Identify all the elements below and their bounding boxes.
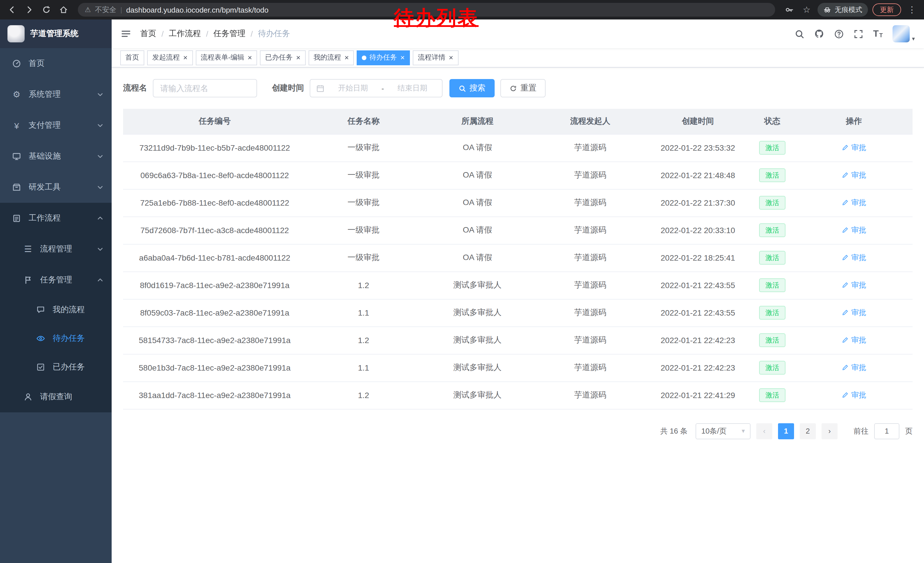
sidebar-item-task-management[interactable]: 任务管理 <box>0 264 112 296</box>
status-badge: 激活 <box>759 388 786 402</box>
created-cell: 2022-01-22 21:37:30 <box>646 189 749 216</box>
not-secure-warning-icon: ⚠ <box>85 6 91 14</box>
sidebar-item-workflow[interactable]: 工作流程 <box>0 203 112 234</box>
task-id-cell: a6aba0a4-7b6d-11ec-b781-acde48001122 <box>123 244 306 272</box>
breadcrumb-workflow[interactable]: 工作流程 <box>169 29 201 39</box>
sidebar-collapse-button[interactable] <box>121 29 131 39</box>
sidebar-item-todo-task[interactable]: 待办任务 <box>0 324 112 353</box>
approve-button[interactable]: 审批 <box>842 280 866 290</box>
status-badge: 激活 <box>759 306 786 320</box>
close-icon[interactable]: × <box>345 54 349 61</box>
approve-button[interactable]: 审批 <box>842 363 866 373</box>
table-row: 069c6a63-7b8a-11ec-8ef0-acde48001122 一级审… <box>123 162 912 189</box>
approve-button[interactable]: 审批 <box>842 170 866 180</box>
sidebar-item-home[interactable]: 首页 <box>0 48 112 79</box>
page-button-2[interactable]: 2 <box>800 423 816 439</box>
back-arrow-icon <box>8 5 16 14</box>
next-page-button[interactable]: › <box>822 423 837 439</box>
sidebar-item-process-management[interactable]: ☰ 流程管理 <box>0 234 112 264</box>
prev-page-button[interactable]: ‹ <box>756 423 772 439</box>
tag-start-process[interactable]: 发起流程 × <box>147 50 193 65</box>
tag-my-process[interactable]: 我的流程 × <box>309 50 354 65</box>
browser-forward-button[interactable] <box>23 3 36 16</box>
tag-done-task[interactable]: 已办任务 × <box>260 50 305 65</box>
approve-button[interactable]: 审批 <box>842 335 866 345</box>
reset-button[interactable]: 重置 <box>500 79 546 98</box>
close-icon[interactable]: × <box>449 54 453 61</box>
close-icon[interactable]: × <box>248 54 252 61</box>
table-row: 725a1eb6-7b88-11ec-8ef0-acde48001122 一级审… <box>123 189 912 216</box>
approve-label: 审批 <box>851 198 866 208</box>
tag-todo-task-active[interactable]: 待办任务 × <box>357 50 410 65</box>
app-logo[interactable]: 芋道管理系统 <box>0 20 112 48</box>
tag-label: 流程表单-编辑 <box>201 53 244 62</box>
sidebar: 芋道管理系统 首页 ⚙ 系统管理 ¥ 支付管理 <box>0 20 112 563</box>
bookmark-star-icon[interactable]: ☆ <box>800 3 813 16</box>
goto-page-input[interactable] <box>874 423 899 439</box>
close-icon[interactable]: × <box>400 54 405 61</box>
table-header-row: 任务编号 任务名称 所属流程 流程发起人 创建时间 状态 操作 <box>123 109 912 134</box>
status-badge: 激活 <box>759 196 786 210</box>
approve-button[interactable]: 审批 <box>842 225 866 236</box>
tag-form-edit[interactable]: 流程表单-编辑 × <box>195 50 257 65</box>
page-size-select[interactable]: 10条/页 ▾ <box>696 423 750 439</box>
chevron-up-icon <box>97 215 104 222</box>
tag-home[interactable]: 首页 <box>120 50 144 65</box>
approve-button[interactable]: 审批 <box>842 390 866 400</box>
approve-label: 审批 <box>851 280 866 290</box>
browser-home-button[interactable] <box>57 3 70 16</box>
sidebar-item-devtools[interactable]: 研发工具 <box>0 172 112 203</box>
address-bar[interactable]: ⚠ 不安全 | dashboard.yudao.iocoder.cn/bpm/t… <box>78 3 775 17</box>
browser-menu-dots-icon[interactable]: ⋮ <box>906 3 918 16</box>
close-icon[interactable]: × <box>296 54 300 61</box>
process-name-input[interactable] <box>153 79 257 98</box>
goto-label: 前往 <box>854 426 868 436</box>
sidebar-item-my-process[interactable]: 我的流程 <box>0 296 112 324</box>
approve-button[interactable]: 审批 <box>842 252 866 263</box>
chevron-down-icon <box>97 153 104 160</box>
status-badge: 激活 <box>759 224 786 237</box>
task-id-cell: 8f0d1619-7ac8-11ec-a9e2-a2380e71991a <box>123 272 306 299</box>
sidebar-item-label: 工作流程 <box>28 213 61 224</box>
browser-update-button[interactable]: 更新 <box>873 3 901 16</box>
font-size-button[interactable]: TT <box>873 29 883 38</box>
help-button[interactable] <box>834 29 844 39</box>
password-key-icon[interactable] <box>783 3 796 16</box>
breadcrumb-task-management[interactable]: 任务管理 <box>213 29 246 39</box>
close-icon[interactable]: × <box>183 54 188 61</box>
search-button[interactable]: 搜索 <box>449 79 495 98</box>
approve-button[interactable]: 审批 <box>842 198 866 208</box>
sidebar-item-label: 流程管理 <box>40 244 72 254</box>
tag-process-detail[interactable]: 流程详情 × <box>413 50 458 65</box>
sidebar-item-system[interactable]: ⚙ 系统管理 <box>0 79 112 110</box>
table-row: 580e1b3d-7ac8-11ec-a9e2-a2380e71991a 1.1… <box>123 354 912 381</box>
browser-reload-button[interactable] <box>40 3 52 16</box>
sidebar-item-done-task[interactable]: 已办任务 <box>0 353 112 381</box>
task-name-cell: 一级审批 <box>306 244 421 272</box>
user-avatar-menu[interactable]: ▾ <box>892 25 915 42</box>
browser-back-button[interactable] <box>6 3 18 16</box>
date-range-picker[interactable]: 开始日期 - 结束日期 <box>310 79 442 98</box>
sidebar-item-leave-query[interactable]: 请假查询 <box>0 381 112 412</box>
approve-button[interactable]: 审批 <box>842 143 866 153</box>
sidebar-item-infrastructure[interactable]: 基础设施 <box>0 141 112 172</box>
sidebar-item-payment[interactable]: ¥ 支付管理 <box>0 110 112 141</box>
starter-cell: 芋道源码 <box>534 272 646 299</box>
header-search-button[interactable] <box>795 29 804 39</box>
tag-label: 流程详情 <box>418 53 446 62</box>
github-link-button[interactable] <box>814 29 824 39</box>
approve-label: 审批 <box>851 308 866 318</box>
approve-button[interactable]: 审批 <box>842 308 866 318</box>
table-row: 8f0d1619-7ac8-11ec-a9e2-a2380e71991a 1.2… <box>123 272 912 299</box>
table-row: a6aba0a4-7b6d-11ec-b781-acde48001122 一级审… <box>123 244 912 272</box>
incognito-label: 无痕模式 <box>835 5 862 15</box>
browser-chrome: ⚠ 不安全 | dashboard.yudao.iocoder.cn/bpm/t… <box>0 0 924 20</box>
dashboard-icon <box>12 59 22 68</box>
col-starter: 流程发起人 <box>534 109 646 134</box>
process-cell: OA 请假 <box>421 162 534 189</box>
breadcrumb-home[interactable]: 首页 <box>140 29 156 39</box>
breadcrumb-separator: / <box>162 29 164 38</box>
fullscreen-button[interactable] <box>854 29 863 39</box>
pagination: 共 16 条 10条/页 ▾ ‹ 1 2 › 前往 页 <box>123 423 912 439</box>
page-button-1[interactable]: 1 <box>778 423 794 439</box>
